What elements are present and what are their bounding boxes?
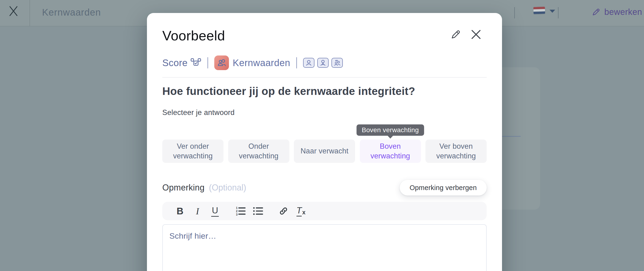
header-divider [162, 77, 487, 78]
pencil-icon [450, 29, 461, 40]
netherlands-flag-icon[interactable] [533, 6, 545, 14]
edit-question-button[interactable] [450, 29, 461, 40]
bold-button[interactable]: B [174, 204, 186, 218]
answer-prompt: Selecteer je antwoord [162, 108, 234, 117]
question-type-label: Score [162, 58, 188, 68]
question-text: Hoe functioneer jij op de kernwaarde int… [162, 85, 487, 97]
clear-formatting-button[interactable]: T x [296, 204, 306, 218]
ordered-list-icon: 1 2 3 [235, 206, 246, 216]
modal-close-button[interactable] [470, 28, 482, 40]
comment-optional-label: (Optional) [209, 183, 246, 192]
score-question-modal: Voorbeeld Score [147, 13, 502, 271]
svg-text:3: 3 [236, 213, 238, 216]
answer-option-1[interactable]: Ver onder verwachting [162, 140, 224, 163]
modal-title: Voorbeeld [162, 28, 225, 43]
ordered-list-button[interactable]: 1 2 3 [235, 204, 246, 218]
comment-label: Opmerking [162, 183, 204, 192]
topbar-divider [30, 0, 30, 26]
link-button[interactable] [278, 204, 289, 218]
meta-divider [296, 57, 297, 68]
answer-option-4-selected[interactable]: Boven verwachting [360, 140, 421, 163]
svg-text:2: 2 [236, 210, 238, 213]
comment-editor-input[interactable] [162, 224, 487, 271]
answer-option-5[interactable]: Ver boven verwachting [426, 140, 487, 163]
comment-label-group: Opmerking (Optional) [162, 183, 246, 193]
link-icon [278, 206, 288, 216]
pencil-icon [592, 7, 600, 16]
italic-button[interactable]: I [192, 204, 203, 218]
person-icon [305, 59, 312, 66]
close-icon [470, 28, 482, 40]
close-icon [8, 5, 19, 16]
kernwaarden-category-icon [214, 55, 229, 70]
person-tie-icon [320, 59, 326, 66]
topbar-separator [514, 7, 515, 18]
hide-comment-button[interactable]: Opmerking verbergen [400, 180, 487, 196]
question-category-label: Kernwaarden [233, 58, 290, 68]
answer-options-row: Boven verwachting Ver onder verwachting … [162, 140, 487, 163]
underline-button[interactable]: U [210, 204, 220, 218]
bullet-list-button[interactable] [252, 204, 264, 218]
answer-option-2[interactable]: Onder verwachting [228, 140, 290, 163]
edit-link-label: bewerken [604, 7, 642, 17]
audience-peers-button[interactable] [332, 58, 343, 68]
bold-icon: B [177, 206, 184, 217]
tooltip: Boven verwachting [356, 124, 424, 136]
background-active-tab-underline [502, 136, 521, 137]
page-close-button[interactable] [8, 5, 19, 16]
question-meta-row: Score Kernwaarden [162, 55, 346, 71]
audience-self-button[interactable] [303, 58, 314, 68]
audience-manager-button[interactable] [317, 58, 328, 68]
clear-formatting-icon: T [296, 206, 302, 217]
italic-icon: I [196, 206, 199, 217]
bullet-list-icon [252, 206, 264, 216]
edit-page-button[interactable]: bewerken [592, 7, 642, 17]
topbar-separator [558, 7, 558, 18]
underline-icon: U [211, 206, 219, 217]
meta-divider [208, 57, 208, 68]
comment-header-row: Opmerking (Optional) Opmerking verbergen [162, 178, 487, 197]
richtext-toolbar: B I U 1 2 3 [162, 202, 487, 220]
people-swap-icon [334, 59, 341, 66]
page-title: Kernwaarden [42, 0, 101, 26]
answer-option-3[interactable]: Naar verwacht [294, 140, 355, 163]
svg-text:1: 1 [236, 206, 238, 210]
chevron-down-icon[interactable] [550, 10, 555, 13]
score-type-icon [190, 58, 201, 68]
